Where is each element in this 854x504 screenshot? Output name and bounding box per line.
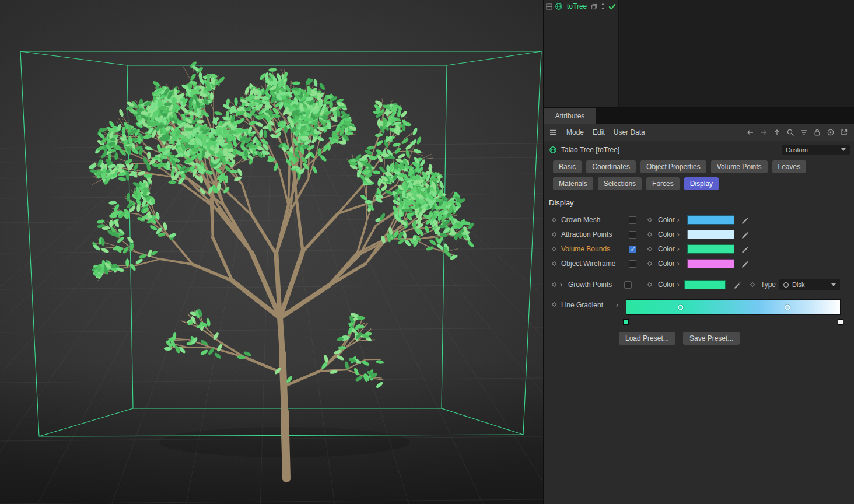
track-target-icon[interactable] [826, 128, 835, 137]
chevron-right-icon[interactable]: › [677, 242, 680, 257]
edit-pen-icon[interactable] [733, 281, 741, 291]
param-diamond-icon[interactable] [648, 282, 652, 287]
preset-buttons-row: Load Preset... Save Preset... [544, 332, 854, 345]
property-row-crown-mesh: Crown Mesh Color› [544, 213, 854, 228]
viewport-3d[interactable] [0, 0, 543, 504]
object-tree-item[interactable]: toTree [544, 0, 618, 12]
property-row-line-gradient: Line Gradient › [544, 298, 854, 327]
gradient-knot-handle[interactable] [838, 319, 844, 325]
property-row-volume-bounds: Volume Bounds Color› [544, 242, 854, 257]
param-diamond-icon[interactable] [750, 282, 755, 287]
property-label: Growth Points [568, 278, 612, 292]
attribute-tabs-row-1: Basic Coordinates Object Properties Volu… [553, 160, 854, 173]
tab-leaves[interactable]: Leaves [772, 160, 807, 173]
chevron-right-icon[interactable]: › [677, 278, 680, 292]
history-forward-icon[interactable] [759, 128, 768, 137]
object-wireframe-checkbox[interactable] [629, 260, 636, 268]
lock-icon[interactable] [813, 128, 822, 137]
save-preset-button[interactable]: Save Preset... [683, 332, 740, 345]
color-label: Color [658, 257, 675, 271]
edit-pen-icon[interactable] [741, 230, 748, 241]
color-label: Color [658, 228, 675, 242]
param-diamond-icon[interactable] [648, 247, 652, 251]
tab-display[interactable]: Display [684, 177, 719, 190]
filter-icon[interactable] [799, 128, 808, 137]
gradient-knot[interactable] [785, 304, 790, 310]
tab-attributes[interactable]: Attributes [544, 108, 596, 124]
chevron-down-icon [841, 148, 846, 151]
object-item-label[interactable]: toTree [565, 2, 589, 10]
attributes-menubar: Mode Edit User Data [544, 124, 854, 141]
layers-icon[interactable] [591, 2, 597, 11]
parent-up-icon[interactable] [772, 128, 782, 137]
gradient-bar[interactable] [626, 299, 841, 315]
tab-selections[interactable]: Selections [598, 177, 642, 190]
chevron-right-icon[interactable]: › [616, 298, 618, 312]
attributes-tabstrip: Attributes [544, 108, 854, 124]
param-diamond-icon[interactable] [552, 282, 556, 287]
property-row-attraction-points: Attraction Points Color› [544, 228, 854, 242]
chevron-right-icon[interactable]: › [677, 228, 680, 242]
attraction-points-checkbox[interactable] [629, 231, 636, 239]
preset-dropdown[interactable]: Custom [782, 145, 850, 155]
volume-bounds-checkbox[interactable] [629, 246, 636, 253]
hamburger-menu-icon[interactable] [548, 128, 558, 137]
growth-points-checkbox[interactable] [624, 281, 632, 289]
expand-chevron-icon[interactable]: › [560, 278, 562, 292]
detach-window-icon[interactable] [839, 128, 849, 137]
color-swatch[interactable] [687, 215, 734, 225]
crown-mesh-checkbox[interactable] [629, 216, 636, 224]
param-diamond-icon[interactable] [552, 247, 556, 251]
tab-coordinates[interactable]: Coordinates [586, 160, 636, 173]
tree-object-globe-icon [555, 2, 563, 11]
enabled-check-icon[interactable] [608, 2, 616, 11]
property-label: Attraction Points [561, 228, 612, 242]
tab-volume-points[interactable]: Volume Points [711, 160, 768, 173]
color-swatch[interactable] [687, 259, 734, 268]
expand-grid-icon[interactable] [546, 2, 552, 11]
param-diamond-icon[interactable] [552, 232, 556, 237]
menu-edit[interactable]: Edit [593, 128, 605, 136]
gradient-knot-handle[interactable] [623, 319, 629, 325]
param-diamond-icon[interactable] [648, 261, 652, 266]
param-diamond-icon[interactable] [648, 232, 652, 237]
tab-forces[interactable]: Forces [646, 177, 680, 190]
color-label: Color [658, 278, 675, 292]
color-swatch[interactable] [687, 230, 734, 239]
param-diamond-icon[interactable] [552, 302, 556, 307]
tab-materials[interactable]: Materials [553, 177, 593, 190]
object-header-row: Taiao Tree [toTree] Custom [544, 141, 854, 158]
load-preset-button[interactable]: Load Preset... [619, 332, 676, 345]
edit-pen-icon[interactable] [741, 260, 748, 270]
growth-type-value: Disk [792, 281, 828, 288]
menubar-icons [746, 128, 850, 137]
object-manager-tree: toTree [544, 0, 619, 107]
color-label: Color [658, 213, 675, 228]
growth-type-dropdown[interactable]: Disk [779, 279, 840, 290]
param-diamond-icon[interactable] [552, 261, 556, 266]
chevron-right-icon[interactable]: › [677, 257, 680, 271]
color-swatch[interactable] [687, 244, 734, 254]
visibility-dots-icon[interactable] [600, 2, 606, 11]
property-row-growth-points: › Growth Points Color› Type Disk [544, 278, 854, 292]
object-manager-panel: toTree [544, 0, 854, 108]
history-back-icon[interactable] [746, 128, 755, 137]
property-label: Crown Mesh [561, 213, 600, 228]
menu-mode[interactable]: Mode [566, 128, 584, 136]
gradient-knot[interactable] [678, 304, 683, 310]
param-diamond-icon[interactable] [648, 218, 652, 222]
search-icon[interactable] [786, 128, 795, 137]
section-title: Display [549, 198, 854, 208]
param-diamond-icon[interactable] [552, 218, 556, 222]
color-swatch[interactable] [684, 280, 726, 289]
chevron-right-icon[interactable]: › [677, 213, 680, 228]
disk-shape-icon [783, 282, 789, 288]
tab-basic[interactable]: Basic [553, 160, 582, 173]
tab-object-properties[interactable]: Object Properties [640, 160, 706, 173]
property-label: Volume Bounds [561, 242, 610, 257]
menu-user-data[interactable]: User Data [614, 128, 645, 136]
edit-pen-icon[interactable] [741, 245, 748, 256]
edit-pen-icon[interactable] [741, 216, 748, 226]
preset-dropdown-value: Custom [786, 146, 841, 153]
property-label: Object Wireframe [561, 257, 615, 271]
